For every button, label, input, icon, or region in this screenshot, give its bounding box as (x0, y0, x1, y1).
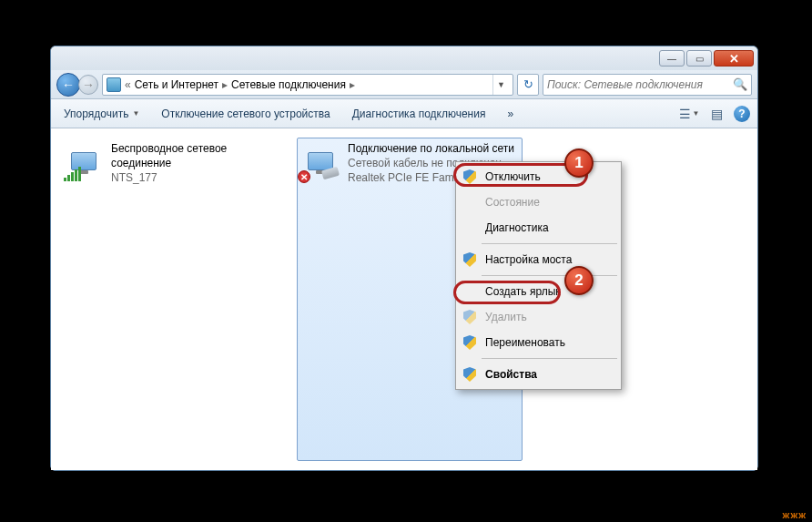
toolbar-right-icons: ☰▼ ▤ ? (679, 106, 750, 122)
ctx-diagnose[interactable]: Диагностика (458, 215, 619, 241)
ctx-bridge-label: Настройка моста (485, 253, 572, 266)
disable-device-button[interactable]: Отключение сетевого устройства (156, 105, 335, 123)
breadcrumb-prefix: « (125, 78, 131, 91)
toolbar: Упорядочить ▼ Отключение сетевого устрой… (51, 99, 757, 128)
ctx-shortcut-label: Создать ярлык (485, 285, 561, 298)
ctx-bridge[interactable]: Настройка моста (458, 247, 619, 272)
ctx-disable[interactable]: Отключить (458, 164, 619, 189)
connection-ssid: NTS_177 (111, 170, 282, 185)
help-button[interactable]: ? (734, 106, 750, 122)
ctx-delete-label: Удалить (485, 311, 527, 323)
ctx-delete: Удалить (458, 304, 619, 330)
explorer-window: — ▭ ✕ ← → « Сеть и Интернет ▸ Сетевые по… (50, 46, 758, 471)
back-button[interactable]: ← (56, 73, 80, 97)
view-options-button[interactable]: ☰▼ (679, 106, 699, 122)
nav-buttons: ← → (56, 73, 98, 97)
search-icon: 🔍 (733, 77, 747, 91)
shield-icon (463, 367, 476, 382)
connection-title: Подключение по локальной сети (348, 141, 514, 156)
ctx-rename-label: Переименовать (485, 336, 565, 349)
content-pane: Беспроводное сетевое соединение NTS_177 … (51, 128, 757, 470)
ctx-status: Состояние (458, 189, 619, 215)
network-icon (107, 77, 121, 92)
breadcrumb-sep-icon: ▸ (222, 78, 228, 91)
minimize-button[interactable]: — (659, 50, 685, 67)
diagnose-label: Диагностика подключения (352, 107, 486, 120)
ctx-disable-label: Отключить (485, 170, 541, 183)
connection-text: Беспроводное сетевое соединение NTS_177 (111, 141, 282, 457)
preview-pane-button[interactable]: ▤ (706, 106, 726, 122)
window-controls: — ▭ ✕ (659, 50, 754, 67)
breadcrumb[interactable]: « Сеть и Интернет ▸ Сетевые подключения … (102, 74, 513, 96)
wireless-icon (64, 141, 104, 181)
organize-menu[interactable]: Упорядочить ▼ (58, 105, 145, 123)
breadcrumb-sep-icon: ▸ (350, 78, 355, 91)
error-icon: ✕ (298, 170, 310, 183)
search-input[interactable] (547, 78, 733, 91)
close-button[interactable]: ✕ (714, 50, 754, 67)
titlebar: — ▭ ✕ (51, 46, 757, 70)
address-bar: ← → « Сеть и Интернет ▸ Сетевые подключе… (51, 70, 757, 99)
diagnose-button[interactable]: Диагностика подключения (347, 105, 492, 123)
shield-icon (463, 169, 476, 184)
ctx-separator (482, 358, 617, 359)
refresh-button[interactable]: ↻ (517, 74, 539, 96)
shield-icon (463, 252, 476, 267)
ctx-properties-label: Свойства (485, 368, 537, 381)
breadcrumb-seg-2[interactable]: Сетевые подключения (231, 78, 346, 91)
breadcrumb-seg-1[interactable]: Сеть и Интернет (135, 78, 218, 91)
lan-icon: ✕ (300, 141, 340, 181)
ctx-diagnose-label: Диагностика (485, 221, 549, 234)
ctx-separator (482, 243, 617, 244)
connection-title: Беспроводное сетевое соединение (111, 141, 282, 170)
shield-icon (463, 335, 476, 350)
toolbar-overflow[interactable]: » (502, 105, 519, 123)
watermark: жжж (783, 509, 807, 520)
chevron-down-icon: ▼ (132, 109, 139, 118)
ctx-separator (482, 275, 617, 276)
maximize-button[interactable]: ▭ (686, 50, 712, 67)
connection-wireless[interactable]: Беспроводное сетевое соединение NTS_177 (60, 138, 286, 461)
ctx-status-label: Состояние (485, 196, 540, 209)
organize-label: Упорядочить (64, 107, 128, 120)
ctx-properties[interactable]: Свойства (458, 362, 619, 387)
overflow-label: » (507, 107, 513, 120)
shield-icon (463, 310, 476, 324)
forward-button[interactable]: → (78, 75, 98, 95)
breadcrumb-dropdown[interactable]: ▼ (492, 75, 509, 95)
disable-device-label: Отключение сетевого устройства (161, 107, 330, 120)
search-box[interactable]: 🔍 (543, 74, 752, 96)
ctx-rename[interactable]: Переименовать (458, 330, 619, 355)
context-menu: Отключить Состояние Диагностика Настройк… (455, 161, 622, 390)
ctx-shortcut[interactable]: Создать ярлык (458, 279, 619, 304)
